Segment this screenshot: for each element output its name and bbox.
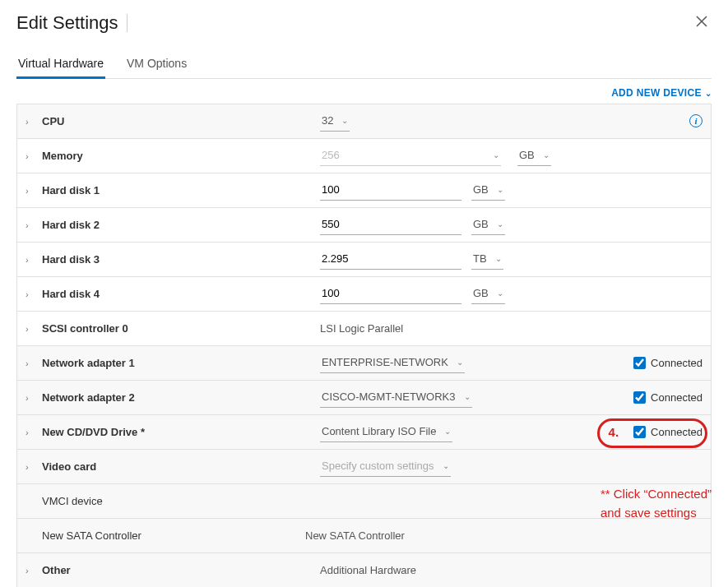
cd-value-area: Content Library ISO File ⌄ bbox=[320, 423, 609, 442]
chevron-down-icon: ⌄ bbox=[341, 116, 348, 125]
chevron-right-icon[interactable]: › bbox=[26, 566, 40, 575]
row-cd-dvd: › New CD/DVD Drive * Content Library ISO… bbox=[17, 415, 711, 450]
net1-connected-checkbox[interactable] bbox=[633, 357, 646, 369]
video-value-area: Specify custom settings ⌄ bbox=[320, 457, 702, 477]
hd1-unit: GB bbox=[473, 183, 489, 196]
hd1-unit-select[interactable]: GB ⌄ bbox=[471, 181, 505, 201]
chevron-right-icon[interactable]: › bbox=[26, 151, 40, 161]
chevron-right-icon[interactable]: › bbox=[26, 428, 40, 437]
row-vmci: VMCI device bbox=[17, 484, 711, 519]
memory-value: 256 bbox=[322, 149, 340, 161]
sata-label: New SATA Controller bbox=[26, 529, 305, 542]
row-hd4: › Hard disk 4 GB ⌄ bbox=[17, 277, 711, 312]
cd-value: Content Library ISO File bbox=[322, 425, 436, 437]
chevron-down-icon: ⌄ bbox=[457, 358, 463, 367]
cpu-label: CPU bbox=[40, 115, 320, 127]
net2-value-area: CISCO-MGMT-NETWORK3 ⌄ bbox=[320, 388, 633, 408]
row-net2: › Network adapter 2 CISCO-MGMT-NETWORK3 … bbox=[17, 381, 711, 415]
chevron-right-icon[interactable]: › bbox=[26, 393, 40, 403]
scsi-value: LSI Logic Parallel bbox=[320, 322, 403, 335]
chevron-down-icon: ⌄ bbox=[493, 150, 499, 159]
chevron-right-icon[interactable]: › bbox=[26, 186, 40, 196]
chevron-right-icon[interactable]: › bbox=[26, 324, 40, 334]
row-net1: › Network adapter 1 ENTERPRISE-NETWORK ⌄… bbox=[17, 346, 711, 381]
dialog-header: Edit Settings bbox=[16, 10, 712, 35]
edit-settings-dialog: Edit Settings Virtual Hardware VM Option… bbox=[0, 0, 728, 587]
cpu-value: 32 bbox=[322, 114, 333, 127]
chevron-right-icon[interactable]: › bbox=[26, 289, 40, 299]
chevron-right-icon[interactable]: › bbox=[26, 117, 40, 127]
other-value: Additional Hardware bbox=[320, 564, 416, 576]
info-icon[interactable]: i bbox=[689, 114, 702, 127]
net2-connected-wrap: Connected bbox=[633, 391, 702, 404]
hd3-label: Hard disk 3 bbox=[40, 253, 320, 266]
chevron-right-icon[interactable]: › bbox=[26, 462, 40, 472]
hd4-size-input[interactable] bbox=[320, 284, 461, 304]
row-other: › Other Additional Hardware bbox=[17, 553, 711, 587]
other-label: Other bbox=[40, 564, 320, 576]
hd1-size-input[interactable] bbox=[320, 181, 461, 201]
hd3-value-area: TB ⌄ bbox=[320, 250, 702, 270]
dialog-title-wrap: Edit Settings bbox=[16, 12, 128, 34]
memory-unit-select[interactable]: GB ⌄ bbox=[517, 146, 551, 166]
scsi-value-area: LSI Logic Parallel bbox=[320, 322, 702, 335]
add-new-device-button[interactable]: ADD NEW DEVICE ⌄ bbox=[611, 87, 712, 99]
row-memory: › Memory 256 ⌄ GB ⌄ bbox=[17, 139, 711, 173]
hd3-unit: TB bbox=[473, 252, 487, 265]
row-sata: New SATA Controller New SATA Controller bbox=[17, 519, 711, 553]
net1-connected-label: Connected bbox=[651, 357, 702, 369]
title-divider bbox=[127, 14, 128, 32]
hd1-value-area: GB ⌄ bbox=[320, 181, 702, 201]
tab-vm-options[interactable]: VM Options bbox=[125, 50, 188, 78]
dialog-title: Edit Settings bbox=[16, 12, 118, 34]
hd4-label: Hard disk 4 bbox=[40, 288, 320, 300]
net1-label: Network adapter 1 bbox=[40, 357, 320, 369]
chevron-down-icon: ⌄ bbox=[444, 427, 451, 436]
hd4-unit: GB bbox=[473, 287, 489, 299]
cd-select[interactable]: Content Library ISO File ⌄ bbox=[320, 423, 452, 442]
hd2-size-input[interactable] bbox=[320, 215, 461, 235]
net1-value-area: ENTERPRISE-NETWORK ⌄ bbox=[320, 354, 633, 373]
close-icon[interactable] bbox=[692, 10, 712, 35]
net2-value: CISCO-MGMT-NETWORK3 bbox=[322, 391, 456, 403]
memory-value-area: 256 ⌄ GB ⌄ bbox=[320, 146, 702, 166]
video-select[interactable]: Specify custom settings ⌄ bbox=[320, 457, 451, 477]
net1-value: ENTERPRISE-NETWORK bbox=[322, 356, 448, 368]
chevron-down-icon: ⌄ bbox=[543, 150, 549, 159]
hd4-unit-select[interactable]: GB ⌄ bbox=[471, 284, 505, 304]
memory-input[interactable]: 256 ⌄ bbox=[320, 146, 501, 166]
cd-label: New CD/DVD Drive * bbox=[40, 426, 320, 438]
annotation-step-number: 4. bbox=[609, 425, 619, 439]
hd3-unit-select[interactable]: TB ⌄ bbox=[471, 250, 503, 270]
hd2-label: Hard disk 2 bbox=[40, 219, 320, 231]
chevron-right-icon[interactable]: › bbox=[26, 358, 40, 368]
memory-unit: GB bbox=[519, 149, 535, 161]
hd3-size-input[interactable] bbox=[320, 250, 461, 270]
chevron-down-icon: ⌄ bbox=[495, 254, 502, 263]
chevron-right-icon[interactable]: › bbox=[26, 220, 40, 230]
chevron-down-icon: ⌄ bbox=[497, 289, 503, 298]
other-value-area: Additional Hardware bbox=[320, 564, 702, 576]
vmci-label: VMCI device bbox=[26, 495, 305, 507]
sata-value-area: New SATA Controller bbox=[305, 529, 702, 542]
cd-connected-checkbox[interactable] bbox=[633, 426, 646, 438]
cd-connected-label: Connected bbox=[651, 426, 702, 438]
chevron-right-icon[interactable]: › bbox=[26, 255, 40, 265]
hd4-value-area: GB ⌄ bbox=[320, 284, 702, 304]
net1-connected-wrap: Connected bbox=[633, 357, 702, 369]
tab-virtual-hardware[interactable]: Virtual Hardware bbox=[16, 50, 105, 78]
hd2-unit-select[interactable]: GB ⌄ bbox=[471, 215, 505, 235]
row-hd3: › Hard disk 3 TB ⌄ bbox=[17, 243, 711, 277]
cpu-value-area: 32 ⌄ bbox=[320, 112, 702, 132]
net1-select[interactable]: ENTERPRISE-NETWORK ⌄ bbox=[320, 354, 465, 373]
chevron-down-icon: ⌄ bbox=[497, 220, 503, 229]
net2-select[interactable]: CISCO-MGMT-NETWORK3 ⌄ bbox=[320, 388, 472, 408]
row-hd1: › Hard disk 1 GB ⌄ bbox=[17, 173, 711, 208]
net2-connected-label: Connected bbox=[651, 391, 702, 404]
net2-connected-checkbox[interactable] bbox=[633, 391, 646, 404]
video-value: Specify custom settings bbox=[322, 460, 434, 472]
hd2-value-area: GB ⌄ bbox=[320, 215, 702, 235]
cpu-select[interactable]: 32 ⌄ bbox=[320, 112, 350, 132]
row-cpu: › CPU 32 ⌄ i bbox=[17, 104, 711, 139]
add-device-label: ADD NEW DEVICE bbox=[611, 87, 702, 99]
